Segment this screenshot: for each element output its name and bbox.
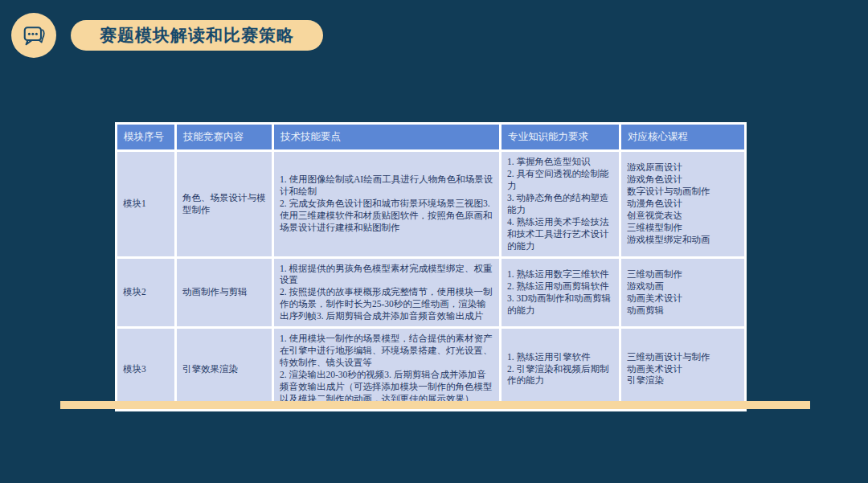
- cell-tech-points: 1. 使用图像绘制或AI绘画工具进行人物角色和场景设计和绘制 2. 完成女孩角色…: [274, 152, 499, 256]
- table-row-module3: 模块3 引擎效果渲染 1. 使用模块一制作的场景模型，结合提供的素材资产在引擎中…: [117, 329, 744, 409]
- column-header-tech-points: 技术技能要点: [274, 125, 499, 149]
- title-pill: 赛题模块解读和比赛策略: [71, 20, 323, 51]
- cell-skill-content: 动画制作与剪辑: [177, 259, 272, 327]
- cell-skill-content: 引擎效果渲染: [177, 329, 272, 409]
- cell-knowledge: 1. 掌握角色造型知识 2. 具有空间透视的绘制能力 3. 动静态角色的结构塑造…: [502, 152, 619, 256]
- footer-divider: [60, 401, 810, 409]
- cell-module-no: 模块3: [117, 329, 174, 409]
- modules-table: 模块序号 技能竞赛内容 技术技能要点 专业知识能力要求 对应核心课程 模块1 角…: [115, 122, 747, 411]
- cell-knowledge: 1. 熟练运用引擎软件 2. 引擎渲染和视频后期制作的能力: [502, 329, 619, 409]
- column-header-skill-content: 技能竞赛内容: [177, 125, 272, 149]
- table-row-module1: 模块1 角色、场景设计与模型制作 1. 使用图像绘制或AI绘画工具进行人物角色和…: [117, 152, 744, 256]
- cell-tech-points: 1. 根据提供的男孩角色模型素材完成模型绑定、权重设置 2. 按照提供的故事梗概…: [274, 259, 499, 327]
- cell-courses: 三维动画设计与制作 动画美术设计 引擎渲染: [621, 329, 744, 409]
- slide: 赛题模块解读和比赛策略 模块序号 技能竞赛内容 技术技能要点 专业知识能力要求 …: [0, 0, 868, 483]
- cell-module-no: 模块2: [117, 259, 174, 327]
- cell-courses: 三维动画制作 游戏动画 动画美术设计 动画剪辑: [621, 259, 744, 327]
- column-header-knowledge: 专业知识能力要求: [502, 125, 619, 149]
- table-header-row: 模块序号 技能竞赛内容 技术技能要点 专业知识能力要求 对应核心课程: [117, 125, 744, 149]
- page-title: 赛题模块解读和比赛策略: [100, 24, 294, 47]
- cell-courses: 游戏原画设计 游戏角色设计 数字设计与动画制作 动漫角色设计 创意视觉表达 三维…: [621, 152, 744, 256]
- cell-module-no: 模块1: [117, 152, 174, 256]
- chat-bubble-badge: [11, 13, 56, 58]
- cell-tech-points: 1. 使用模块一制作的场景模型，结合提供的素材资产在引擎中进行地形编辑、环境场景…: [274, 329, 499, 409]
- cell-knowledge: 1. 熟练运用数字三维软件 2. 熟练运用动画剪辑软件 3. 3D动画制作和动画…: [502, 259, 619, 327]
- column-header-module-no: 模块序号: [117, 125, 174, 149]
- table-row-module2: 模块2 动画制作与剪辑 1. 根据提供的男孩角色模型素材完成模型绑定、权重设置 …: [117, 259, 744, 327]
- cell-skill-content: 角色、场景设计与模型制作: [177, 152, 272, 256]
- column-header-courses: 对应核心课程: [621, 125, 744, 149]
- chat-bubble-icon: [19, 21, 48, 50]
